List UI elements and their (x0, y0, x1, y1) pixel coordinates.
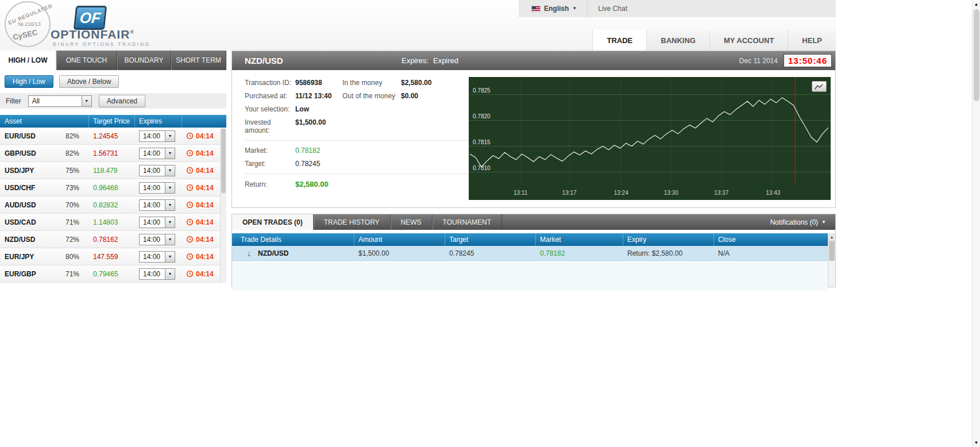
chevron-down-icon[interactable]: ▼ (165, 131, 175, 141)
col-header-countdown (182, 115, 226, 128)
nav-tab-banking[interactable]: BANKING (646, 30, 709, 51)
countdown-time: 04:14 (196, 184, 214, 192)
main-area: NZD/USD Expires: Expired Dec 11 2014 13:… (232, 51, 836, 287)
countdown-time: 04:14 (196, 218, 214, 226)
expiry-select[interactable]: 14:00 ▼ (139, 130, 175, 142)
nav-tab-trade[interactable]: TRADE (592, 30, 646, 51)
expiry-value: 14:00 (140, 234, 165, 245)
svg-text:13:30: 13:30 (664, 190, 678, 196)
expiry-select[interactable]: 14:00 ▼ (139, 251, 175, 263)
chevron-down-icon[interactable]: ▼ (165, 234, 175, 245)
asset-row[interactable]: GBP/USD 82% 1.56731 14:00 ▼ (0, 145, 226, 162)
trade-target: 0.78245 (445, 249, 535, 257)
chevron-down-icon[interactable]: ▼ (165, 165, 175, 176)
asset-row[interactable]: USD/CAD 71% 1.14803 14:00 ▼ (0, 214, 226, 231)
above-below-button[interactable]: Above / Below (59, 75, 119, 88)
tab-trade-history[interactable]: TRADE HISTORY (314, 214, 391, 230)
brand-name: OPTIONFAIR® (51, 28, 134, 41)
scrollbar-thumb[interactable] (829, 241, 835, 261)
chevron-down-icon[interactable]: ▼ (165, 148, 175, 159)
target-value: 0.78245 (295, 160, 320, 168)
chevron-down-icon: ▼ (572, 6, 577, 11)
asset-table: Asset Target Price Expires EUR/USD 82% 1… (0, 115, 226, 283)
asset-table-scrollbar[interactable] (220, 128, 226, 283)
live-chat-link[interactable]: Live Chat (598, 5, 627, 13)
page-scrollbar[interactable]: ▲ ▼ (972, 0, 980, 447)
tab-one-touch[interactable]: ONE TOUCH (56, 51, 117, 70)
chart-type-button[interactable] (812, 81, 827, 92)
filter-select[interactable]: All ▼ (28, 95, 92, 107)
chevron-down-icon[interactable]: ▼ (82, 96, 91, 106)
scroll-up-arrow-icon[interactable]: ▲ (828, 233, 835, 241)
asset-row[interactable]: AUD/USD 70% 0.82832 14:00 ▼ (0, 196, 226, 214)
countdown-time: 04:14 (196, 132, 214, 140)
scrollbar-thumb[interactable] (221, 129, 226, 193)
current-date: Dec 11 2014 (739, 57, 778, 65)
transaction-id-label: Transaction ID: (245, 79, 295, 87)
scroll-down-arrow-icon[interactable]: ▼ (973, 438, 980, 447)
out-money-label: Out of the money (342, 92, 401, 100)
expiry-select[interactable]: 14:00 ▼ (139, 217, 175, 228)
asset-row[interactable]: EUR/USD 82% 1.24545 14:00 ▼ (0, 128, 226, 145)
badge-number: № 216/13 (18, 21, 41, 27)
asset-row[interactable]: EUR/JPY 80% 147.559 14:00 ▼ (0, 248, 226, 265)
col-header-close: Close (713, 233, 828, 246)
asset-row[interactable]: USD/JPY 75% 118.479 14:00 ▼ (0, 162, 226, 179)
expiry-select[interactable]: 14:00 ▼ (139, 234, 175, 245)
svg-text:13:11: 13:11 (514, 190, 528, 196)
expiry-select[interactable]: 14:00 ▼ (139, 182, 175, 194)
chevron-down-icon[interactable]: ▼ (165, 200, 175, 210)
nav-tab-my-account[interactable]: MY ACCOUNT (709, 30, 788, 51)
countdown-clock-icon (186, 132, 194, 140)
price-chart-plot: 0.78250.78200.78150.781013:1113:1713:241… (469, 77, 831, 200)
chevron-down-icon[interactable]: ▼ (165, 269, 175, 279)
scroll-up-arrow-icon[interactable]: ▲ (973, 0, 980, 9)
svg-text:0.7820: 0.7820 (473, 113, 491, 120)
asset-target-price: 1.14803 (93, 218, 118, 226)
chevron-down-icon[interactable]: ▼ (165, 183, 175, 193)
asset-name: NZD/USD (5, 236, 35, 244)
selection-value: Low (295, 105, 342, 113)
chevron-down-icon[interactable]: ▼ (165, 217, 175, 228)
tab-boundary[interactable]: BOUNDARY (117, 51, 171, 70)
asset-row[interactable]: USD/CHF 73% 0.96468 14:00 ▼ (0, 179, 226, 196)
market-value: 0.78182 (295, 147, 320, 155)
asset-row[interactable]: NZD/USD 72% 0.78162 14:00 ▼ (0, 231, 226, 248)
asset-rows: EUR/USD 82% 1.24545 14:00 ▼ (0, 128, 226, 283)
advanced-button[interactable]: Advanced (99, 95, 145, 107)
expiry-select[interactable]: 14:00 ▼ (139, 199, 175, 211)
asset-row[interactable]: EUR/GBP 71% 0.79465 14:00 ▼ (0, 265, 226, 283)
nav-tab-help[interactable]: HELP (788, 30, 836, 51)
scrollbar-thumb[interactable] (974, 9, 979, 101)
svg-text:0.7810: 0.7810 (473, 165, 491, 171)
tab-high-low[interactable]: HIGH / LOW (0, 51, 56, 70)
svg-text:0.7815: 0.7815 (473, 139, 491, 145)
asset-name: EUR/JPY (5, 253, 34, 261)
col-header-market: Market (535, 233, 623, 246)
main-nav: TRADE BANKING MY ACCOUNT HELP (592, 30, 836, 51)
trades-table-scrollbar[interactable]: ▲ (828, 233, 835, 287)
chevron-down-icon[interactable]: ▼ (165, 252, 175, 262)
high-low-button[interactable]: High / Low (5, 75, 53, 88)
countdown-clock-icon (186, 167, 194, 174)
tab-news[interactable]: NEWS (391, 214, 433, 230)
language-selector[interactable]: English ▼ (531, 5, 577, 13)
transaction-id-value: 9586938 (295, 79, 342, 87)
asset-payout: 71% (65, 270, 79, 278)
countdown-time: 04:14 (196, 270, 214, 278)
tab-open-trades[interactable]: OPEN TRADES (0) (232, 214, 314, 230)
trade-direction-down-icon: ↓ (247, 249, 251, 257)
tab-short-term[interactable]: SHORT TERM (171, 51, 226, 70)
filter-bar: Filter All ▼ Advanced (0, 93, 226, 109)
expiry-select[interactable]: 14:00 ▼ (139, 268, 175, 280)
symbol-title: NZD/USD (245, 56, 283, 65)
countdown-clock-icon (186, 218, 194, 226)
asset-payout: 72% (65, 236, 79, 244)
expiry-select[interactable]: 14:00 ▼ (139, 165, 175, 176)
tab-tournament[interactable]: TOURNAMENT (433, 214, 502, 230)
target-label: Target: (245, 160, 295, 168)
notifications-dropdown[interactable]: Notifications (0) ▼ (770, 214, 835, 230)
open-trade-row[interactable]: ↓ NZD/USD $1,500.00 0.78245 0.78182 Retu… (232, 246, 828, 261)
digital-clock: 13:50:46 (784, 54, 832, 67)
expiry-select[interactable]: 14:00 ▼ (139, 148, 175, 159)
